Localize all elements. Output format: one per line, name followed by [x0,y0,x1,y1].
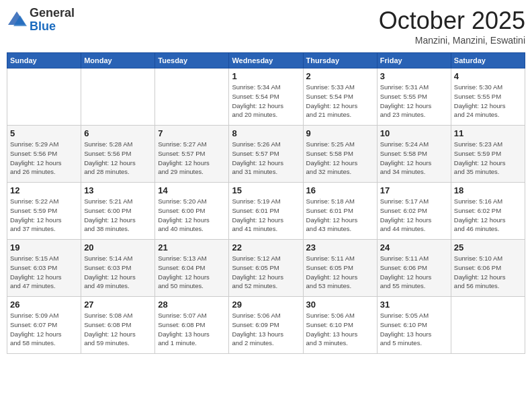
day-number: 28 [158,300,226,310]
calendar-cell: 29Sunrise: 5:06 AM Sunset: 6:09 PM Dayli… [229,297,303,354]
day-info: Sunrise: 5:18 AM Sunset: 6:01 PM Dayligh… [306,197,374,234]
calendar-cell: 3Sunrise: 5:31 AM Sunset: 5:55 PM Daylig… [377,68,451,126]
day-info: Sunrise: 5:34 AM Sunset: 5:54 PM Dayligh… [232,83,300,120]
calendar-cell: 4Sunrise: 5:30 AM Sunset: 5:55 PM Daylig… [451,68,525,126]
day-number: 22 [232,242,300,253]
day-number: 15 [232,185,300,195]
day-info: Sunrise: 5:05 AM Sunset: 6:10 PM Dayligh… [380,311,448,348]
day-info: Sunrise: 5:21 AM Sunset: 6:00 PM Dayligh… [84,197,152,234]
day-info: Sunrise: 5:24 AM Sunset: 5:58 PM Dayligh… [380,140,448,177]
calendar-cell: 21Sunrise: 5:13 AM Sunset: 6:04 PM Dayli… [155,240,229,297]
calendar-cell: 14Sunrise: 5:20 AM Sunset: 6:00 PM Dayli… [155,183,229,240]
day-info: Sunrise: 5:29 AM Sunset: 5:56 PM Dayligh… [10,140,78,177]
week-row-1: 5Sunrise: 5:29 AM Sunset: 5:56 PM Daylig… [7,126,525,183]
calendar-cell: 24Sunrise: 5:11 AM Sunset: 6:06 PM Dayli… [377,240,451,297]
header-saturday: Saturday [451,53,525,68]
calendar-cell [451,297,525,354]
day-info: Sunrise: 5:19 AM Sunset: 6:01 PM Dayligh… [232,197,300,234]
calendar-cell: 7Sunrise: 5:27 AM Sunset: 5:57 PM Daylig… [155,126,229,183]
calendar-cell: 23Sunrise: 5:11 AM Sunset: 6:05 PM Dayli… [303,240,377,297]
day-number: 10 [380,128,448,138]
day-info: Sunrise: 5:17 AM Sunset: 6:02 PM Dayligh… [380,197,448,234]
week-row-2: 12Sunrise: 5:22 AM Sunset: 5:59 PM Dayli… [7,183,525,240]
day-number: 25 [454,242,522,253]
day-info: Sunrise: 5:11 AM Sunset: 6:05 PM Dayligh… [306,254,374,291]
day-number: 12 [10,185,78,195]
calendar-cell: 27Sunrise: 5:08 AM Sunset: 6:08 PM Dayli… [81,297,155,354]
day-number: 3 [380,71,448,81]
logo-general: General [30,7,75,20]
day-info: Sunrise: 5:22 AM Sunset: 5:59 PM Dayligh… [10,197,78,234]
calendar-cell: 30Sunrise: 5:06 AM Sunset: 6:10 PM Dayli… [303,297,377,354]
calendar-cell: 12Sunrise: 5:22 AM Sunset: 5:59 PM Dayli… [7,183,81,240]
calendar-cell [81,68,155,126]
day-number: 4 [454,71,522,81]
calendar-cell: 31Sunrise: 5:05 AM Sunset: 6:10 PM Dayli… [377,297,451,354]
logo-text: General Blue [30,7,75,34]
day-info: Sunrise: 5:28 AM Sunset: 5:56 PM Dayligh… [84,140,152,177]
calendar-cell: 16Sunrise: 5:18 AM Sunset: 6:01 PM Dayli… [303,183,377,240]
day-info: Sunrise: 5:10 AM Sunset: 6:06 PM Dayligh… [454,254,522,291]
calendar-cell: 5Sunrise: 5:29 AM Sunset: 5:56 PM Daylig… [7,126,81,183]
day-number: 7 [158,128,226,138]
day-info: Sunrise: 5:06 AM Sunset: 6:09 PM Dayligh… [232,311,300,348]
calendar-cell: 20Sunrise: 5:14 AM Sunset: 6:03 PM Dayli… [81,240,155,297]
day-info: Sunrise: 5:07 AM Sunset: 6:08 PM Dayligh… [158,311,226,348]
day-info: Sunrise: 5:33 AM Sunset: 5:54 PM Dayligh… [306,83,374,120]
calendar-cell: 6Sunrise: 5:28 AM Sunset: 5:56 PM Daylig… [81,126,155,183]
day-number: 30 [306,300,374,310]
day-info: Sunrise: 5:30 AM Sunset: 5:55 PM Dayligh… [454,83,522,120]
calendar-cell: 13Sunrise: 5:21 AM Sunset: 6:00 PM Dayli… [81,183,155,240]
calendar-cell: 2Sunrise: 5:33 AM Sunset: 5:54 PM Daylig… [303,68,377,126]
day-info: Sunrise: 5:20 AM Sunset: 6:00 PM Dayligh… [158,197,226,234]
day-number: 6 [84,128,152,138]
day-number: 8 [232,128,300,138]
header-row: SundayMondayTuesdayWednesdayThursdayFrid… [7,53,525,68]
calendar-cell: 19Sunrise: 5:15 AM Sunset: 6:03 PM Dayli… [7,240,81,297]
day-number: 19 [10,242,78,253]
month-title: October 2025 [379,7,525,35]
day-info: Sunrise: 5:26 AM Sunset: 5:57 PM Dayligh… [232,140,300,177]
day-info: Sunrise: 5:14 AM Sunset: 6:03 PM Dayligh… [84,254,152,291]
header-wednesday: Wednesday [229,53,303,68]
day-number: 1 [232,71,300,81]
calendar-table: SundayMondayTuesdayWednesdayThursdayFrid… [7,52,525,354]
header-monday: Monday [81,53,155,68]
calendar-cell: 11Sunrise: 5:23 AM Sunset: 5:59 PM Dayli… [451,126,525,183]
day-number: 21 [158,242,226,253]
day-info: Sunrise: 5:16 AM Sunset: 6:02 PM Dayligh… [454,197,522,234]
header-tuesday: Tuesday [155,53,229,68]
calendar-cell [7,68,81,126]
week-row-0: 1Sunrise: 5:34 AM Sunset: 5:54 PM Daylig… [7,68,525,126]
day-number: 2 [306,71,374,81]
calendar-cell: 25Sunrise: 5:10 AM Sunset: 6:06 PM Dayli… [451,240,525,297]
day-info: Sunrise: 5:31 AM Sunset: 5:55 PM Dayligh… [380,83,448,120]
day-info: Sunrise: 5:15 AM Sunset: 6:03 PM Dayligh… [10,254,78,291]
day-number: 11 [454,128,522,138]
logo: General Blue [7,7,75,34]
day-info: Sunrise: 5:11 AM Sunset: 6:06 PM Dayligh… [380,254,448,291]
calendar-cell: 1Sunrise: 5:34 AM Sunset: 5:54 PM Daylig… [229,68,303,126]
week-row-4: 26Sunrise: 5:09 AM Sunset: 6:07 PM Dayli… [7,297,525,354]
calendar-cell: 8Sunrise: 5:26 AM Sunset: 5:57 PM Daylig… [229,126,303,183]
day-info: Sunrise: 5:09 AM Sunset: 6:07 PM Dayligh… [10,311,78,348]
calendar-cell [155,68,229,126]
day-number: 26 [10,300,78,310]
day-number: 27 [84,300,152,310]
calendar-cell: 28Sunrise: 5:07 AM Sunset: 6:08 PM Dayli… [155,297,229,354]
title-block: October 2025 Manzini, Manzini, Eswatini [379,7,525,46]
day-number: 16 [306,185,374,195]
logo-icon [7,10,27,30]
day-number: 23 [306,242,374,253]
header-sunday: Sunday [7,53,81,68]
day-number: 9 [306,128,374,138]
day-number: 20 [84,242,152,253]
calendar-cell: 26Sunrise: 5:09 AM Sunset: 6:07 PM Dayli… [7,297,81,354]
day-number: 18 [454,185,522,195]
day-info: Sunrise: 5:12 AM Sunset: 6:05 PM Dayligh… [232,254,300,291]
day-info: Sunrise: 5:08 AM Sunset: 6:08 PM Dayligh… [84,311,152,348]
calendar-cell: 18Sunrise: 5:16 AM Sunset: 6:02 PM Dayli… [451,183,525,240]
header-friday: Friday [377,53,451,68]
day-number: 24 [380,242,448,253]
day-info: Sunrise: 5:13 AM Sunset: 6:04 PM Dayligh… [158,254,226,291]
